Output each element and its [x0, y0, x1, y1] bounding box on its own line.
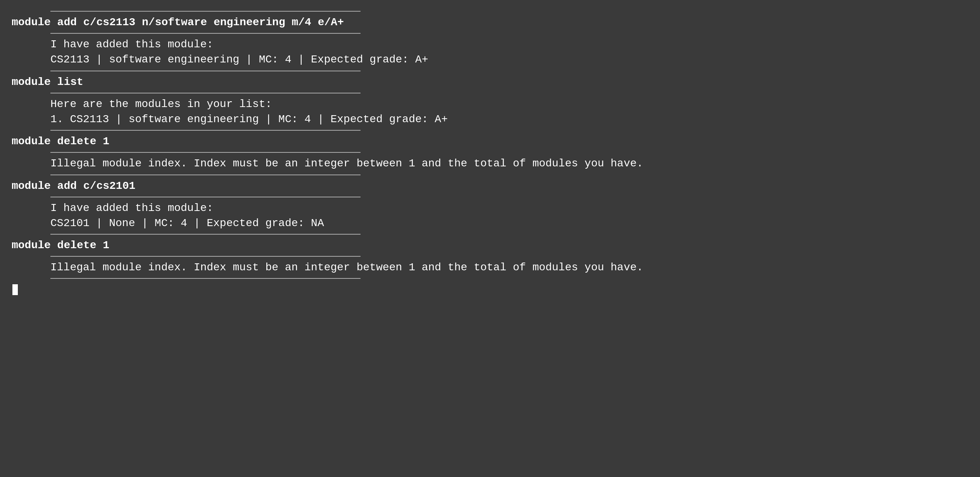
- separator-3a: [50, 93, 361, 93]
- terminal-block-6: module add c/cs2101: [12, 178, 968, 194]
- separator-7b: [50, 234, 361, 235]
- separator-7a: [50, 197, 361, 197]
- terminal-block-8: module delete 1: [12, 238, 968, 253]
- separator-1a: [50, 33, 361, 34]
- terminal-block-2: module list: [12, 74, 968, 90]
- response-line-5-0: Illegal module index. Index must be an i…: [50, 156, 968, 171]
- terminal-container: module add c/cs2113 n/software engineeri…: [12, 11, 968, 297]
- response-block-3: Here are the modules in your list: 1. CS…: [12, 97, 968, 127]
- command-text-2: module list: [12, 76, 83, 88]
- separator-top-0: [50, 11, 361, 12]
- response-block-9: Illegal module index. Index must be an i…: [12, 260, 968, 275]
- command-text-8: module delete 1: [12, 239, 109, 251]
- separator-1b: [50, 71, 361, 71]
- response-line-3-1: 1. CS2113 | software engineering | MC: 4…: [50, 112, 968, 127]
- command-text-4: module delete 1: [12, 135, 109, 147]
- response-block-5: Illegal module index. Index must be an i…: [12, 156, 968, 171]
- response-block-7: I have added this module: CS2101 | None …: [12, 200, 968, 231]
- command-line-2: module list: [12, 74, 968, 90]
- cursor-container: [12, 282, 968, 297]
- response-line-1-1: CS2113 | software engineering | MC: 4 | …: [50, 52, 968, 67]
- separator-9b: [50, 278, 361, 279]
- command-line-4: module delete 1: [12, 134, 968, 149]
- response-line-7-0: I have added this module:: [50, 200, 968, 216]
- separator-3b: [50, 130, 361, 131]
- separator-5b: [50, 175, 361, 175]
- terminal-block-4: module delete 1: [12, 134, 968, 149]
- response-line-1-0: I have added this module:: [50, 37, 968, 52]
- command-line-6: module add c/cs2101: [12, 178, 968, 194]
- response-line-7-1: CS2101 | None | MC: 4 | Expected grade: …: [50, 216, 968, 231]
- response-line-9-0: Illegal module index. Index must be an i…: [50, 260, 968, 275]
- command-text-6: module add c/cs2101: [12, 180, 135, 192]
- response-line-3-0: Here are the modules in your list:: [50, 97, 968, 112]
- command-line-8: module delete 1: [12, 238, 968, 253]
- separator-5a: [50, 152, 361, 153]
- terminal-cursor: [12, 284, 18, 295]
- command-line-0: module add c/cs2113 n/software engineeri…: [12, 15, 968, 30]
- command-text-0: module add c/cs2113 n/software engineeri…: [12, 16, 344, 28]
- separator-9a: [50, 256, 361, 257]
- response-block-1: I have added this module: CS2113 | softw…: [12, 37, 968, 67]
- terminal-block-0: module add c/cs2113 n/software engineeri…: [12, 15, 968, 30]
